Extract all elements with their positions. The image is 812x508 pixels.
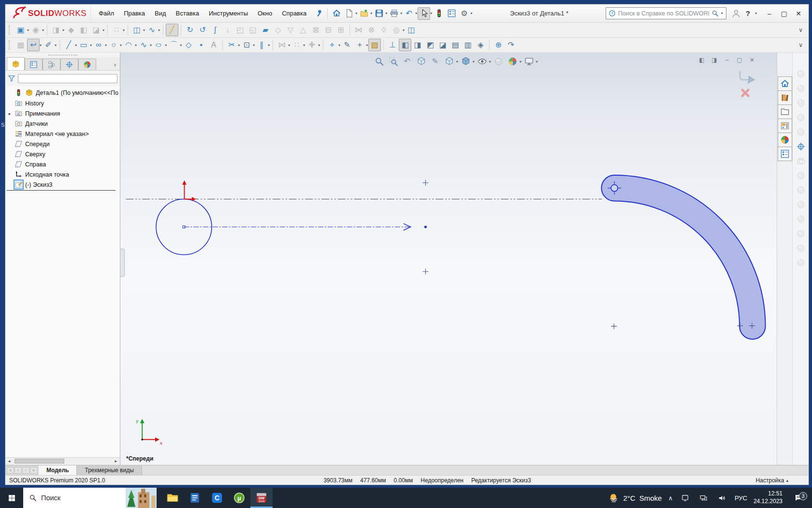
status-globe-icon[interactable] (798, 477, 805, 484)
panel-collapse-handle[interactable] (120, 249, 125, 277)
tab-property-manager[interactable] (25, 59, 43, 70)
walkthrough-target-icon[interactable] (794, 140, 807, 153)
scroll-right-arrow-icon[interactable]: ► (112, 459, 120, 463)
custom-properties-icon[interactable] (778, 147, 792, 161)
search-highlight-image[interactable] (126, 488, 157, 508)
camera-icon[interactable] (794, 154, 807, 167)
reference-geometry-icon[interactable]: ◫ (130, 24, 143, 36)
edit-scene-icon[interactable] (794, 111, 807, 124)
search-scope-caret[interactable]: ▾ (721, 11, 723, 15)
instant3d-icon[interactable]: ╱ (166, 24, 178, 36)
point-icon[interactable]: ▪ (195, 39, 207, 51)
hide-show-items-icon-caret[interactable]: ▾ (489, 60, 491, 64)
tab-display-manager[interactable] (78, 59, 96, 70)
view-palette-icon[interactable] (778, 119, 792, 133)
linear-pattern-icon-caret[interactable]: ▾ (123, 28, 125, 32)
new-document-icon[interactable] (343, 7, 355, 20)
swept-boss-icon[interactable]: ◨ (50, 24, 62, 36)
render-preview-icon[interactable] (794, 169, 807, 182)
trim-entities-icon[interactable]: ✂ (225, 39, 238, 51)
apply-scene-icon-caret[interactable]: ▾ (520, 60, 522, 64)
print-icon[interactable] (388, 7, 400, 20)
view-orientation-icon-caret[interactable]: ▾ (456, 60, 458, 64)
extruded-boss-icon[interactable]: ▣ (14, 24, 27, 36)
customize-caret-icon[interactable]: ▴ (786, 478, 788, 483)
sketch-confirmation-corner[interactable] (734, 70, 763, 100)
exit-sketch-icon-caret[interactable]: ▾ (40, 43, 42, 47)
mirror-feature-icon[interactable]: ⋈ (352, 24, 365, 36)
sketch-point-markers[interactable] (422, 180, 754, 329)
zoom-fit-icon[interactable] (372, 55, 386, 68)
arc-icon[interactable]: ◠ (122, 39, 135, 51)
convert-entities-icon-caret[interactable]: ▾ (253, 43, 255, 47)
extend-surface-icon[interactable]: ▽ (284, 24, 297, 36)
design-library-icon[interactable] (778, 90, 792, 105)
tab-first-icon[interactable]: « (7, 467, 14, 474)
print-icon-caret[interactable]: ▾ (400, 11, 402, 15)
curves-icon-caret[interactable]: ▾ (158, 28, 160, 32)
graphics-area[interactable]: y x ↶✎▾▾▾▾▾ ◧◨–▢✕ *Спереди (120, 53, 777, 465)
straight-slot-icon[interactable]: ∞ (92, 39, 105, 51)
tree-item-origin[interactable]: Исходная точка (7, 169, 120, 179)
render-region-icon[interactable] (794, 183, 807, 196)
tray-cast-icon[interactable] (679, 492, 692, 504)
tree-item-annotations[interactable]: ▸AПримечания (7, 108, 120, 119)
exit-sketch-corner-icon[interactable] (736, 70, 761, 86)
swept-boss-icon-caret[interactable]: ▾ (62, 28, 64, 32)
draft-icon[interactable]: ↓ (221, 24, 234, 36)
taskbar-office-icon[interactable] (184, 488, 206, 508)
tab-configuration-manager[interactable] (43, 59, 60, 70)
weather-widget[interactable]: 2°C Smoke (608, 492, 662, 504)
view-settings-icon[interactable] (522, 55, 536, 68)
schedule-render-icon[interactable] (794, 227, 807, 240)
freeform-icon[interactable]: ʃ (209, 24, 221, 36)
tab-feature-manager[interactable] (7, 57, 25, 70)
undo-icon-caret[interactable]: ▾ (415, 11, 417, 15)
action-center-button[interactable]: 3 (789, 493, 808, 502)
help-menu-caret[interactable]: ▾ (755, 11, 757, 15)
view-back-icon[interactable]: ◨ (411, 39, 424, 51)
tab-last-icon[interactable]: » (30, 467, 37, 474)
select-cursor-icon-caret[interactable]: ▾ (430, 11, 432, 15)
panel-horizontal-scrollbar[interactable]: ◄ ► (5, 457, 120, 465)
view-right-icon[interactable]: ◪ (436, 39, 449, 51)
scrollbar-thumb[interactable] (14, 459, 64, 463)
ellipse-icon[interactable]: ○ (152, 39, 165, 51)
zoom-area-icon[interactable] (386, 55, 400, 68)
tab-dimxpert-manager[interactable] (60, 59, 78, 70)
mirror-entities-icon[interactable]: ⋈ (276, 39, 288, 51)
deform-icon[interactable]: ↺ (196, 24, 209, 36)
taskbar-clock[interactable]: 12:51 24.12.2023 (754, 490, 783, 505)
display-relations-icon-caret[interactable]: ▾ (338, 43, 340, 47)
quick-snaps-icon[interactable]: + (353, 39, 366, 51)
display-style-icon[interactable] (459, 55, 473, 68)
expand-arrow-icon[interactable]: ▸ (7, 111, 12, 116)
search-icon[interactable] (711, 10, 719, 17)
rib-icon[interactable]: ◱ (246, 24, 259, 36)
combine-icon-caret[interactable]: ▾ (403, 28, 405, 32)
trim-entities-icon-caret[interactable]: ▾ (238, 43, 240, 47)
line-icon[interactable]: ╱ (62, 39, 75, 51)
linear-sketch-pattern-icon[interactable]: ∷ (290, 39, 303, 51)
final-render-icon[interactable] (794, 198, 807, 211)
taskbar-file-explorer-icon[interactable] (161, 488, 184, 508)
start-button[interactable] (0, 488, 23, 508)
smart-dimension-icon-caret[interactable]: ▾ (55, 43, 57, 47)
features-overflow-chevron[interactable]: ∨ (795, 27, 807, 33)
window-minimize-icon[interactable]: – (762, 8, 777, 19)
edit-appearance-icon[interactable] (492, 55, 506, 68)
copy-appearance-icon[interactable] (794, 82, 807, 95)
smart-dimension-icon[interactable]: ✐ (42, 39, 55, 51)
taskbar-solidworks-icon[interactable]: SW2020 (250, 488, 273, 508)
menu-item[interactable]: Вид (150, 8, 171, 18)
tree-item-plane-right[interactable]: Справа (7, 159, 120, 169)
user-account-icon[interactable] (731, 9, 741, 18)
menu-item[interactable]: Справка (277, 8, 311, 18)
tree-item-plane-front[interactable]: Спереди (7, 139, 120, 149)
edit-decal-icon[interactable] (794, 125, 807, 138)
menu-item[interactable]: Правка (119, 8, 150, 18)
view-bottom-icon[interactable]: ▥ (462, 39, 474, 51)
delete-face-icon[interactable]: ⊠ (309, 24, 322, 36)
help-search-box[interactable]: ? Поиск в Справке по SOLIDWORKS ▾ (606, 7, 726, 19)
line-icon-caret[interactable]: ▾ (75, 43, 77, 47)
